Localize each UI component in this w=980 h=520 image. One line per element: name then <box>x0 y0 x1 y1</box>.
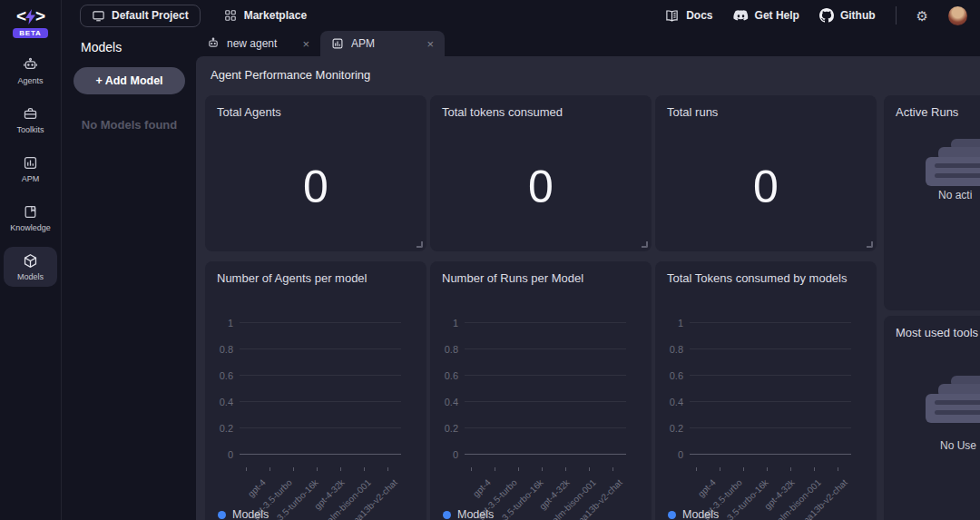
sidebar-item-apm[interactable]: APM <box>4 149 57 189</box>
robot-icon <box>207 37 220 50</box>
chart-legend: Models <box>668 508 719 520</box>
y-tick: 0.2 <box>668 423 690 434</box>
x-tick: gpt-4 <box>246 477 268 499</box>
primary-nav: Agents Toolkits APM Knowledge <box>0 51 61 287</box>
y-tick: 0.6 <box>443 370 465 381</box>
legend-label: Models <box>457 508 494 520</box>
page-title: Agent Performance Monitoring <box>196 56 980 93</box>
models-panel: Models + Add Model No Models found <box>63 31 196 520</box>
no-used-tools-message: No Use <box>940 439 976 452</box>
y-tick: 0.2 <box>443 423 465 434</box>
github-icon <box>819 8 834 23</box>
chart-area: 1 0.8 0.6 0.4 0.2 0 gpt-4 gpt-3.5-turbo … <box>655 309 877 520</box>
legend-dot <box>218 511 226 519</box>
resize-grip[interactable] <box>867 241 873 248</box>
models-cube-icon <box>23 253 38 269</box>
y-tick: 0.8 <box>443 344 465 355</box>
chart-legend: Models <box>218 508 269 520</box>
chart-title: Number of Agents per model <box>205 261 426 285</box>
active-runs-card: Active Runs No acti <box>884 95 980 310</box>
sidebar-item-toolkits[interactable]: Toolkits <box>4 100 57 140</box>
x-tick: gpt-4 <box>696 477 718 499</box>
card-title: Total tokens consumed <box>430 95 652 119</box>
legend-dot <box>443 511 451 519</box>
tokens-by-model-chart-card: Total Tokens consumed by models 1 0.8 0.… <box>655 261 877 520</box>
total-tokens-value: 0 <box>430 161 652 213</box>
no-models-message: No Models found <box>74 118 185 132</box>
settings-gear-icon[interactable]: ⚙ <box>916 9 928 23</box>
docs-book-icon <box>664 9 680 23</box>
github-link[interactable]: Github <box>819 8 876 23</box>
close-tab-icon[interactable]: × <box>302 37 309 51</box>
briefcase-icon <box>23 106 38 122</box>
card-title: Total Agents <box>205 95 426 119</box>
tab-apm[interactable]: APM × <box>320 31 445 56</box>
y-tick: 0 <box>668 449 690 460</box>
y-tick: 0.4 <box>443 397 465 407</box>
y-tick: 0.8 <box>218 344 240 355</box>
tab-new-agent[interactable]: new agent × <box>196 31 320 56</box>
lightning-bolt-icon <box>25 9 35 25</box>
y-tick: 0.4 <box>218 397 240 407</box>
add-model-button[interactable]: + Add Model <box>74 67 185 94</box>
close-tab-icon[interactable]: × <box>426 37 434 51</box>
y-tick: 1 <box>443 318 465 329</box>
logo-left-bracket: < <box>16 6 25 26</box>
card-title: Most used tools <box>884 316 980 339</box>
logo-right-bracket: > <box>35 6 44 26</box>
chart-area: 1 0.8 0.6 0.4 0.2 0 gpt-4 gpt-3.5-turbo … <box>430 309 652 520</box>
chart-title: Number of Runs per Model <box>430 261 652 285</box>
stacked-tools-illustration <box>926 376 980 427</box>
docs-link[interactable]: Docs <box>664 9 712 23</box>
user-avatar[interactable] <box>948 6 967 25</box>
card-title: Total runs <box>655 95 877 119</box>
y-tick: 0 <box>218 449 240 460</box>
most-used-tools-card: Most used tools No Use <box>884 316 980 520</box>
github-label: Github <box>840 9 876 22</box>
apm-chart-icon <box>23 155 38 171</box>
robot-icon <box>23 57 38 73</box>
models-panel-title: Models <box>81 40 185 54</box>
apm-content-panel: Agent Performance Monitoring Total Agent… <box>196 56 980 520</box>
no-active-runs-message: No acti <box>938 189 972 201</box>
tab-label: APM <box>351 37 419 50</box>
legend-label: Models <box>232 508 269 520</box>
chart-legend: Models <box>443 508 494 520</box>
y-tick: 0.6 <box>668 370 690 381</box>
sidebar-item-knowledge[interactable]: Knowledge <box>4 198 57 238</box>
total-agents-value: 0 <box>205 161 426 213</box>
chart-title: Total Tokens consumed by models <box>655 261 877 285</box>
legend-label: Models <box>682 508 719 520</box>
y-tick: 1 <box>218 318 240 329</box>
left-icon-rail: < > BETA Agents Toolkits <box>0 0 62 520</box>
sidebar-item-label: APM <box>22 174 40 183</box>
top-bar-right: Docs Get Help Github ⚙ <box>664 6 967 25</box>
marketplace-grid-icon <box>224 9 237 22</box>
sidebar-item-label: Knowledge <box>10 223 51 232</box>
sidebar-item-models[interactable]: Models <box>4 247 57 287</box>
chart-area: 1 0.8 0.6 0.4 0.2 0 gpt-4 gpt-3.5-turbo … <box>205 309 426 520</box>
discord-icon <box>733 10 749 22</box>
y-tick: 0 <box>443 449 465 460</box>
y-tick: 0.6 <box>218 370 240 381</box>
knowledge-icon <box>23 204 38 220</box>
total-runs-card: Total runs 0 <box>655 95 877 251</box>
superagi-logo-icon: < > <box>16 6 44 26</box>
brand-logo: < > BETA <box>0 0 61 38</box>
stacked-runs-illustration <box>926 139 980 190</box>
total-runs-value: 0 <box>655 161 877 213</box>
apm-chart-icon <box>331 37 344 50</box>
project-selector-button[interactable]: Default Project <box>80 5 201 27</box>
get-help-label: Get Help <box>755 9 799 22</box>
resize-grip[interactable] <box>416 241 423 248</box>
resize-grip[interactable] <box>642 241 648 248</box>
marketplace-link[interactable]: Marketplace <box>224 9 307 22</box>
sidebar-item-label: Models <box>17 272 44 281</box>
sidebar-item-agents[interactable]: Agents <box>4 51 57 91</box>
get-help-link[interactable]: Get Help <box>733 9 799 22</box>
docs-label: Docs <box>686 9 712 22</box>
runs-per-model-chart-card: Number of Runs per Model 1 0.8 0.6 0.4 0… <box>430 261 652 520</box>
topbar-divider <box>896 6 897 25</box>
marketplace-label: Marketplace <box>244 9 307 22</box>
top-bar: Default Project Marketplace Docs Get Hel… <box>62 0 980 31</box>
